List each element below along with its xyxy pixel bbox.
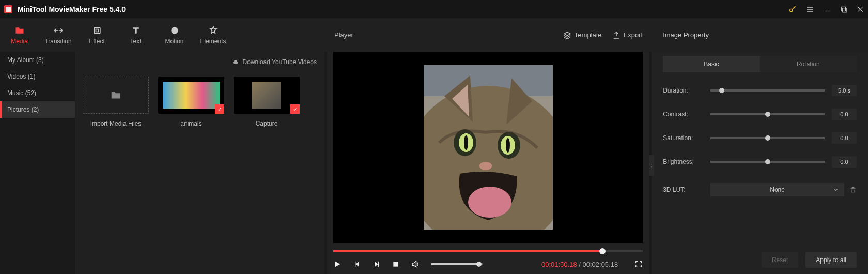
layers-icon [563,31,571,39]
tab-elements[interactable]: Elements [194,18,233,52]
duration-value[interactable]: 5.0 s [832,85,857,96]
export-button[interactable]: Export [612,31,643,39]
video-preview[interactable] [333,52,643,243]
slider-knob[interactable] [765,112,770,117]
motion-icon [169,25,180,36]
fullscreen-button[interactable] [634,260,643,268]
svg-point-15 [506,138,510,153]
media-item-capture[interactable]: ✓ Capture [234,77,300,127]
contrast-value[interactable]: 0.0 [832,109,857,120]
tab-basic[interactable]: Basic [663,56,760,72]
sidebar-item-music[interactable]: Music (52) [0,85,75,101]
brightness-label: Brightness: [663,158,703,165]
lut-label: 3D LUT: [663,186,703,193]
tab-label: Rotation [797,60,820,68]
effect-icon [92,25,102,36]
progress-knob[interactable] [599,248,606,254]
reset-button[interactable]: Reset [762,252,798,268]
app-title: MiniTool MovieMaker Free 5.4.0 [18,5,788,13]
volume-slider[interactable] [431,263,483,265]
svg-point-17 [479,162,492,170]
svg-rect-18 [393,262,398,266]
template-label: Template [575,31,602,39]
tab-transition[interactable]: Transition [39,18,78,52]
slider-knob[interactable] [765,135,770,141]
sidebar-item-label: Videos (1) [7,73,35,80]
svg-point-12 [464,135,468,150]
tab-text[interactable]: Text [116,18,155,52]
tab-label: Motion [165,38,183,45]
play-button[interactable] [333,260,342,268]
sidebar-item-label: Music (52) [7,89,36,97]
slider-knob[interactable] [765,159,770,164]
next-button[interactable] [373,260,381,268]
media-label: animals [180,120,202,127]
svg-rect-0 [6,7,11,12]
titlebar: MiniTool MovieMaker Free 5.4.0 [0,0,868,18]
total-time: 00:02:05.18 [582,261,618,268]
svg-point-1 [790,9,793,11]
saturation-slider[interactable] [710,137,825,139]
menu-icon[interactable] [806,5,814,13]
time-display: 00:01:50.18 / 00:02:05.18 [541,261,618,268]
maximize-icon[interactable] [840,6,847,13]
slider-knob[interactable] [719,88,724,93]
saturation-label: Saturation: [663,134,703,142]
media-label: Capture [256,120,278,127]
download-label: Download YouTube Videos [243,58,317,66]
tab-media[interactable]: Media [0,18,39,52]
button-label: Reset [772,256,788,264]
contrast-label: Contrast: [663,111,703,118]
cloud-icon [231,59,240,65]
svg-rect-4 [94,27,100,34]
apply-all-button[interactable]: Apply to all [805,252,857,268]
sidebar-item-pictures[interactable]: Pictures (2) [0,101,75,118]
tab-rotation[interactable]: Rotation [760,56,857,72]
svg-rect-5 [96,29,98,32]
media-label: Import Media Files [90,120,142,127]
sidebar-item-label: Pictures (2) [7,106,39,113]
tab-label: Transition [44,38,71,45]
tab-motion[interactable]: Motion [155,18,194,52]
close-icon[interactable] [857,6,864,13]
media-item-animals[interactable]: ✓ animals [158,77,224,127]
media-panel: My Album (3) Videos (1) Music (52) Pictu… [0,52,324,274]
elements-icon [208,25,219,36]
transition-icon [53,25,64,36]
collapse-handle[interactable]: › [649,155,654,176]
duration-slider[interactable] [710,89,825,92]
playback-progress[interactable] [333,250,643,252]
minimize-icon[interactable] [824,6,831,13]
current-time: 00:01:50.18 [541,261,577,268]
volume-icon[interactable] [411,260,420,269]
key-icon[interactable] [788,5,797,13]
folder-icon [109,89,122,101]
prev-button[interactable] [353,260,361,268]
sidebar-item-label: My Album (3) [7,56,44,64]
stop-button[interactable] [392,261,399,268]
brightness-slider[interactable] [710,161,825,163]
player-title: Player [333,31,553,39]
button-label: Apply to all [816,256,846,264]
brightness-value[interactable]: 0.0 [832,156,857,168]
tab-label: Text [130,38,141,45]
tab-effect[interactable]: Effect [78,18,116,52]
property-panel: › Image Property Basic Rotation Duration… [652,52,868,274]
text-icon [131,25,141,36]
contrast-slider[interactable] [710,113,825,115]
sidebar-item-album[interactable]: My Album (3) [0,52,75,68]
app-logo [4,5,12,13]
svg-point-6 [171,27,178,34]
upload-icon [612,31,621,39]
volume-knob[interactable] [476,262,482,267]
saturation-value[interactable]: 0.0 [832,132,857,144]
download-youtube-link[interactable]: Download YouTube Videos [83,57,317,67]
template-button[interactable]: Template [563,31,602,39]
lut-select[interactable]: None [710,183,844,196]
sidebar-item-videos[interactable]: Videos (1) [0,68,75,85]
trash-icon[interactable] [849,186,857,193]
import-media-button[interactable]: Import Media Files [83,77,149,127]
property-title: Image Property [663,18,857,52]
tab-label: Basic [704,60,719,68]
time-separator: / [577,261,583,268]
